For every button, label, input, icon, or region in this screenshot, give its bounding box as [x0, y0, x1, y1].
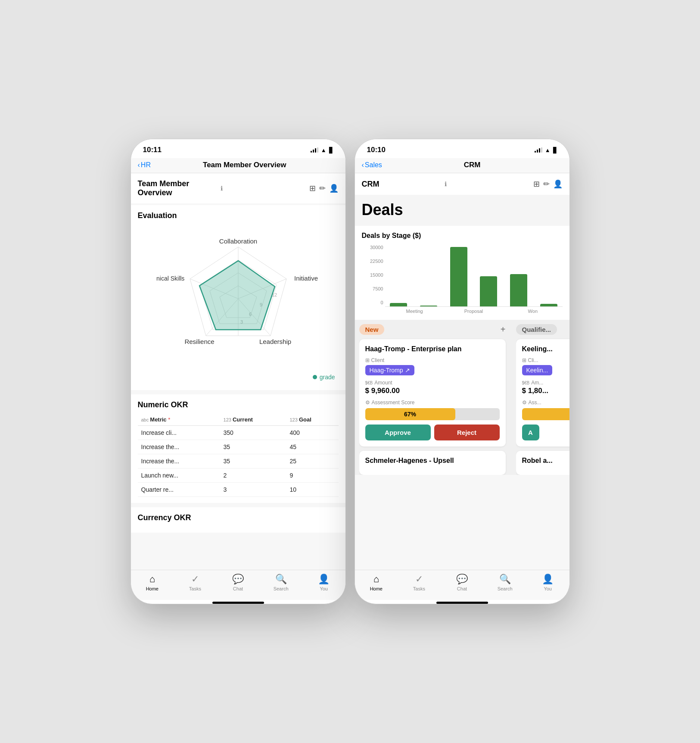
deal-card-haag: Haag-Tromp - Enterprise plan ⊞ Client Ha…: [359, 339, 506, 446]
kanban-header-new: New +: [359, 324, 506, 335]
y-axis: 30000 22500 15000 7500 0: [362, 245, 383, 314]
tab-home-2[interactable]: ⌂ Home: [363, 574, 389, 591]
tasks-icon-1: ✓: [191, 574, 199, 585]
deal-actions-keeling: A: [522, 425, 569, 440]
deal-title-robel: Robel a...: [522, 457, 569, 465]
chat-icon-2: 💬: [456, 574, 468, 585]
tab-tasks-1[interactable]: ✓ Tasks: [182, 574, 208, 591]
back-button-hr[interactable]: ‹ HR: [138, 161, 151, 169]
reject-button-haag[interactable]: Reject: [434, 425, 500, 440]
grid-icon-crm[interactable]: ⊞: [533, 179, 540, 189]
edit-icon-crm[interactable]: ✏: [543, 179, 550, 189]
kanban-header-qualified: Qualifie...: [516, 324, 569, 335]
table-row: Launch new... 2 9: [138, 468, 339, 483]
tab-you-label-2: You: [544, 586, 552, 591]
tab-chat-1[interactable]: 💬 Chat: [225, 574, 251, 591]
deals-header: Deals: [355, 195, 569, 226]
person-icon-crm[interactable]: 👤: [553, 179, 563, 189]
edit-icon-1[interactable]: ✏: [319, 184, 326, 193]
bar-chart-container: 30000 22500 15000 7500 0: [362, 245, 563, 314]
tab-tasks-2[interactable]: ✓ Tasks: [406, 574, 432, 591]
score-fill-keeling: [522, 408, 569, 420]
tab-tasks-label-2: Tasks: [413, 586, 425, 591]
content-area-2: CRM ℹ ⊞ ✏ 👤 Deals Deals by Stage ($): [355, 173, 569, 570]
deal-amount-value-haag: $ 9,960.00: [365, 387, 500, 395]
bar-proposal-1: [445, 247, 473, 306]
wifi-icon-2: ▲: [545, 147, 551, 153]
home-icon-1: ⌂: [149, 574, 155, 585]
tab-home-label-2: Home: [370, 586, 383, 591]
tab-search-label-1: Search: [274, 586, 289, 591]
search-icon-1: 🔍: [275, 574, 287, 585]
svg-marker-13: [199, 261, 275, 330]
home-indicator-1: [212, 602, 264, 604]
info-icon-1[interactable]: ℹ: [221, 185, 223, 192]
kanban-badge-new: New: [359, 324, 385, 335]
deal-card-robel: Robel a...: [516, 451, 569, 475]
tasks-icon-2: ✓: [415, 574, 423, 585]
back-button-sales[interactable]: ‹ Sales: [362, 161, 382, 169]
tab-search-label-2: Search: [498, 586, 513, 591]
deal-score-label-keeling: ⚙ Ass...: [522, 400, 569, 406]
bar-meeting-1: [385, 303, 413, 306]
table-row: Increase the... 35 45: [138, 440, 339, 454]
tab-search-1[interactable]: 🔍 Search: [268, 574, 294, 591]
nav-title-2: CRM: [382, 161, 563, 169]
deal-card-schmeler: Schmeler-Hagenes - Upsell: [359, 451, 506, 475]
tab-chat-label-2: Chat: [457, 586, 467, 591]
page-header-1: Team Member Overview ℹ ⊞ ✏ 👤: [131, 173, 345, 203]
deal-actions-haag: Approve Reject: [365, 425, 500, 440]
deal-client-label-keeling: ⊞ Cli...: [522, 357, 569, 363]
table-row: Increase cli... 350 400: [138, 426, 339, 440]
page-header-title-1: Team Member Overview: [138, 179, 218, 197]
numeric-okr-section: Numeric OKR abc Metric *: [131, 394, 345, 503]
deal-card-keeling: Keeling... ⊞ Cli... Keelin... $€B Am... …: [516, 339, 569, 446]
chart-bars: [385, 245, 563, 307]
tab-chat-2[interactable]: 💬 Chat: [449, 574, 475, 591]
kanban-board: New + Haag-Tromp - Enterprise plan ⊞ Cli…: [355, 320, 569, 475]
tab-home-label-1: Home: [146, 586, 159, 591]
currency-okr-title: Currency OKR: [138, 513, 339, 522]
score-bar-haag: 67%: [365, 408, 500, 420]
battery-icon-1: ▊: [329, 147, 333, 153]
svg-text:Resilience: Resilience: [184, 338, 214, 345]
info-icon-crm[interactable]: ℹ: [445, 181, 447, 187]
evaluation-title: Evaluation: [138, 211, 339, 220]
status-icons-2: ▲ ▊: [535, 147, 557, 153]
wifi-icon-1: ▲: [321, 147, 327, 153]
x-axis-labels: Meeting Proposal Won: [385, 309, 563, 314]
approve-button-keeling[interactable]: A: [522, 425, 539, 440]
tab-search-2[interactable]: 🔍 Search: [492, 574, 518, 591]
nav-bar-1: ‹ HR Team Member Overview: [131, 158, 345, 173]
grade-dot: [313, 375, 317, 379]
deal-score-label-haag: ⚙ Assessment Score: [365, 400, 500, 406]
grade-label: grade: [320, 374, 335, 381]
col-metric-header: abc Metric *: [138, 414, 220, 426]
bar-won-1: [505, 274, 532, 306]
person-icon-1[interactable]: 👤: [329, 184, 339, 193]
kanban-add-new[interactable]: +: [501, 325, 506, 334]
currency-okr-section: Currency OKR: [131, 507, 345, 533]
status-bar-2: 10:10 ▲ ▊: [355, 139, 569, 158]
deal-title-schmeler: Schmeler-Hagenes - Upsell: [365, 457, 500, 465]
deal-client-chip-haag[interactable]: Haag-Tromp ↗: [365, 365, 414, 375]
grid-icon-1[interactable]: ⊞: [309, 184, 316, 193]
tab-chat-label-1: Chat: [233, 586, 243, 591]
tab-you-1[interactable]: 👤 You: [311, 574, 337, 591]
deal-client-chip-keeling[interactable]: Keelin...: [522, 365, 553, 375]
table-row: Quarter re... 3 10: [138, 483, 339, 497]
battery-icon-2: ▊: [553, 147, 557, 153]
tab-you-label-1: You: [320, 586, 328, 591]
deal-amount-label-haag: $€B Amount: [365, 380, 500, 386]
tab-bar-1: ⌂ Home ✓ Tasks 💬 Chat 🔍 Search 👤 Yo: [131, 570, 345, 600]
status-bar-1: 10:11 ▲ ▊: [131, 139, 345, 158]
table-row: Increase the... 35 25: [138, 454, 339, 468]
approve-button-haag[interactable]: Approve: [365, 425, 431, 440]
status-time-2: 10:10: [367, 146, 386, 154]
phone-crm: 10:10 ▲ ▊ ‹ Sales CR: [355, 139, 570, 604]
tab-tasks-label-1: Tasks: [189, 586, 201, 591]
home-icon-2: ⌂: [373, 574, 379, 585]
tab-home-1[interactable]: ⌂ Home: [139, 574, 165, 591]
signal-icon-2: [535, 147, 542, 153]
tab-you-2[interactable]: 👤 You: [535, 574, 561, 591]
